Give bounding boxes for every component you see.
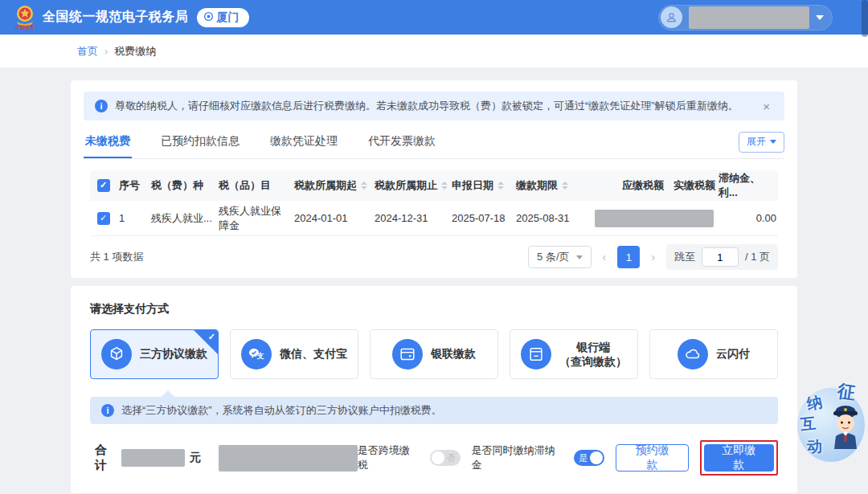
svg-text:中国税务: 中国税务: [15, 24, 35, 31]
bank-terminal-icon: [521, 339, 551, 369]
tab-invoice-payment[interactable]: 代开发票缴款: [366, 125, 437, 158]
sort-icon[interactable]: [361, 182, 367, 190]
notice-close-icon[interactable]: ×: [760, 100, 773, 113]
cell-late-fee: 0.00: [717, 212, 778, 224]
method-label: 银联缴款: [431, 347, 476, 361]
cloud-pay-icon: [678, 339, 708, 369]
red-highlight-annotation: 立即缴款: [700, 440, 778, 476]
col-index: 序号: [117, 178, 149, 193]
col-deadline: 缴款期限: [514, 178, 588, 193]
expand-button-label: 展开: [747, 135, 766, 149]
interaction-assistant-widget[interactable]: 征 纳 互 动: [796, 380, 866, 468]
location-selector[interactable]: 厦门: [197, 8, 249, 27]
cross-border-toggle[interactable]: 否: [430, 450, 461, 466]
pay-now-button[interactable]: 立即缴款: [704, 444, 774, 472]
col-paid: 实缴税额: [665, 178, 717, 193]
user-account-box[interactable]: [658, 5, 833, 31]
cell-payable-redacted: [588, 210, 717, 227]
app-header: 中国税务 全国统一规范电子税务局 厦门: [0, 0, 868, 35]
payment-note-text: 选择“三方协议缴款”，系统将自动从签订的三方协议账户中扣缴税费。: [121, 403, 442, 418]
cell-tax-item: 残疾人就业保障金: [217, 204, 293, 233]
sort-icon[interactable]: [562, 182, 568, 190]
username-redacted: [689, 6, 809, 29]
chevron-down-icon: [576, 255, 583, 259]
col-late-fee: 滞纳金、利...: [717, 171, 778, 200]
breadcrumb-current: 税费缴纳: [114, 44, 156, 59]
cell-index: 1: [117, 212, 149, 224]
location-label: 厦门: [217, 10, 240, 25]
method-cloud-quickpass[interactable]: 云闪付: [649, 329, 778, 379]
method-label: 云闪付: [716, 347, 750, 361]
notice-text: 尊敬的纳税人，请仔细核对应缴款信息后进行税费缴纳。若未缴款成功导致税（费）款被锁…: [115, 99, 752, 113]
next-page-button[interactable]: ›: [648, 251, 658, 263]
payment-methods: ✓ 三方协议缴款 支 微信、支付宝: [90, 329, 778, 379]
notice-banner: i 尊敬的纳税人，请仔细核对应缴款信息后进行税费缴纳。若未缴款成功导致税（费）款…: [84, 92, 784, 120]
col-declare-date: 申报日期: [450, 178, 514, 193]
toggle-state: 是: [579, 452, 588, 464]
current-page-button[interactable]: 1: [617, 246, 640, 268]
payment-note-banner: i 选择“三方协议缴款”，系统将自动从签订的三方协议账户中扣缴税费。: [90, 397, 778, 424]
total-amount-redacted: [121, 449, 185, 467]
breadcrumb-home-link[interactable]: 首页: [77, 44, 98, 59]
jump-page-input[interactable]: [702, 247, 739, 267]
info-icon: i: [95, 100, 108, 112]
row-checkbox[interactable]: [97, 212, 110, 225]
jump-label: 跳至: [674, 250, 695, 264]
bankcard-icon: [392, 339, 423, 369]
col-period-start: 税款所属期起: [293, 178, 373, 193]
tab-bar: 未缴税费 已预约扣款信息 缴款凭证处理 代开发票缴款 展开: [84, 125, 784, 159]
amount-detail-redacted: [219, 445, 358, 472]
mascot-char: 互: [800, 413, 817, 435]
total-unit: 元: [190, 451, 201, 465]
method-wechat-alipay[interactable]: 支 微信、支付宝: [230, 329, 358, 379]
tab-unpaid-taxes[interactable]: 未缴税费: [84, 125, 132, 158]
page-size-select[interactable]: 5 条/页: [528, 246, 591, 268]
late-fee-label: 是否同时缴纳滞纳金: [472, 443, 563, 472]
total-pages-label: / 1 页: [745, 250, 770, 264]
cell-tax-type: 残疾人就业...: [149, 211, 217, 226]
wechat-alipay-icon: 支: [241, 339, 272, 369]
payment-footer: 合计 元 是否跨境缴税 否 是否同时缴纳滞纳金 是 预约缴款 立即缴款: [90, 435, 778, 480]
toggle-state: 否: [447, 452, 456, 464]
tax-table: 序号 税（费）种 税（品）目 税款所属期起 税款所属期止 申报日期 缴款期限: [71, 159, 797, 236]
cell-period-start: 2024-01-01: [293, 212, 373, 224]
location-pin-icon: [203, 11, 214, 24]
table-row[interactable]: 1 残疾人就业... 残疾人就业保障金 2024-01-01 2024-12-3…: [90, 201, 778, 236]
cell-deadline: 2025-08-31: [514, 212, 588, 224]
payment-title: 请选择支付方式: [90, 302, 778, 316]
method-label: 微信、支付宝: [280, 347, 347, 361]
col-period-end: 税款所属期止: [373, 178, 450, 193]
table-summary: 共 1 项数据: [90, 250, 143, 264]
user-dropdown-caret-icon[interactable]: [816, 15, 824, 20]
user-avatar-icon: [661, 6, 682, 28]
info-icon: i: [101, 404, 114, 417]
svg-text:支: 支: [256, 352, 264, 360]
cell-declare-date: 2025-07-18: [450, 212, 514, 224]
sort-icon[interactable]: [497, 182, 504, 190]
mascot-char: 动: [807, 436, 822, 457]
method-bank-terminal[interactable]: 银行端 （查询缴款）: [510, 329, 638, 379]
col-tax-type: 税（费）种: [149, 178, 217, 193]
scrollbar-thumb[interactable]: [862, 0, 868, 37]
method-label: 银行端: [576, 340, 610, 354]
tab-payment-voucher[interactable]: 缴款凭证处理: [268, 125, 339, 158]
col-tax-item: 税（品）目: [217, 178, 293, 193]
sort-icon[interactable]: [441, 182, 448, 190]
cube-icon: [101, 339, 132, 369]
tab-reserved-deductions[interactable]: 已预约扣款信息: [159, 125, 241, 158]
breadcrumb-separator: ›: [104, 45, 108, 57]
toggle-knob: [590, 451, 603, 464]
reserve-payment-button[interactable]: 预约缴款: [616, 444, 688, 472]
unpaid-tax-panel: i 尊敬的纳税人，请仔细核对应缴款信息后进行税费缴纳。若未缴款成功导致税（费）款…: [71, 80, 797, 278]
prev-page-button[interactable]: ‹: [600, 251, 610, 263]
check-icon: ✓: [208, 332, 215, 342]
expand-button[interactable]: 展开: [739, 132, 784, 153]
select-all-checkbox[interactable]: [97, 179, 110, 192]
cross-border-label: 是否跨境缴税: [358, 443, 419, 472]
tax-emblem-logo: 中国税务: [14, 5, 35, 31]
method-unionpay[interactable]: 银联缴款: [370, 329, 498, 379]
breadcrumb: 首页 › 税费缴纳: [0, 35, 868, 68]
method-tripartite-agreement[interactable]: ✓ 三方协议缴款: [90, 329, 219, 379]
late-fee-toggle[interactable]: 是: [574, 450, 604, 466]
page-size-value: 5 条/页: [537, 250, 569, 264]
